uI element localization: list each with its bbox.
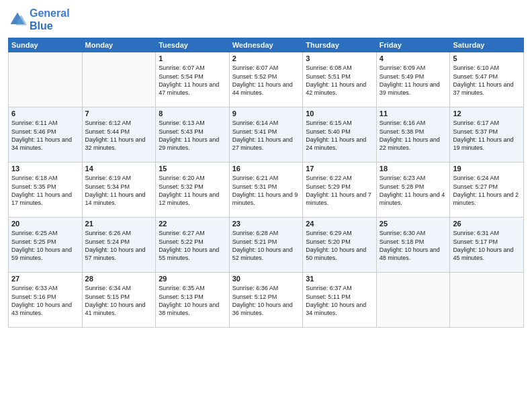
cell-info: Sunrise: 6:22 AMSunset: 5:29 PMDaylight:… xyxy=(306,174,373,207)
cell-info: Sunrise: 6:26 AMSunset: 5:24 PMDaylight:… xyxy=(85,229,153,262)
day-number: 13 xyxy=(11,165,79,173)
cell-info: Sunrise: 6:21 AMSunset: 5:31 PMDaylight:… xyxy=(232,174,300,207)
cell-info: Sunrise: 6:16 AMSunset: 5:38 PMDaylight:… xyxy=(380,119,447,152)
cell-info: Sunrise: 6:08 AMSunset: 5:51 PMDaylight:… xyxy=(306,64,373,97)
col-header-wednesday: Wednesday xyxy=(229,38,303,52)
calendar-cell xyxy=(376,273,450,328)
cell-info: Sunrise: 6:07 AMSunset: 5:54 PMDaylight:… xyxy=(159,64,226,97)
day-number: 6 xyxy=(11,109,79,118)
week-row-5: 27Sunrise: 6:33 AMSunset: 5:16 PMDayligh… xyxy=(9,273,524,328)
cell-info: Sunrise: 6:10 AMSunset: 5:47 PMDaylight:… xyxy=(453,64,521,97)
calendar-cell: 23Sunrise: 6:28 AMSunset: 5:21 PMDayligh… xyxy=(229,218,303,273)
day-number: 24 xyxy=(306,220,373,228)
week-row-1: 1Sunrise: 6:07 AMSunset: 5:54 PMDaylight… xyxy=(9,52,524,107)
calendar-cell: 19Sunrise: 6:24 AMSunset: 5:27 PMDayligh… xyxy=(450,163,524,218)
calendar-cell xyxy=(9,52,83,107)
calendar-cell: 6Sunrise: 6:11 AMSunset: 5:46 PMDaylight… xyxy=(9,107,83,163)
calendar-cell: 11Sunrise: 6:16 AMSunset: 5:38 PMDayligh… xyxy=(376,107,450,163)
day-number: 8 xyxy=(159,109,226,118)
col-header-saturday: Saturday xyxy=(450,38,524,52)
day-number: 12 xyxy=(453,109,521,118)
calendar-cell: 25Sunrise: 6:30 AMSunset: 5:18 PMDayligh… xyxy=(376,218,450,273)
calendar-cell: 28Sunrise: 6:34 AMSunset: 5:15 PMDayligh… xyxy=(82,273,156,328)
cell-info: Sunrise: 6:33 AMSunset: 5:16 PMDaylight:… xyxy=(11,284,79,317)
cell-info: Sunrise: 6:17 AMSunset: 5:37 PMDaylight:… xyxy=(453,119,521,152)
day-number: 18 xyxy=(380,165,447,173)
cell-info: Sunrise: 6:28 AMSunset: 5:21 PMDaylight:… xyxy=(232,229,300,262)
header: General Blue xyxy=(8,7,524,32)
calendar-cell: 8Sunrise: 6:13 AMSunset: 5:43 PMDaylight… xyxy=(156,107,230,163)
day-number: 23 xyxy=(232,220,300,228)
cell-info: Sunrise: 6:24 AMSunset: 5:27 PMDaylight:… xyxy=(453,174,521,207)
logo-icon xyxy=(8,10,27,29)
calendar-cell: 29Sunrise: 6:35 AMSunset: 5:13 PMDayligh… xyxy=(156,273,230,328)
day-number: 16 xyxy=(232,165,300,173)
cell-info: Sunrise: 6:34 AMSunset: 5:15 PMDaylight:… xyxy=(85,284,153,317)
col-header-thursday: Thursday xyxy=(303,38,377,52)
col-header-monday: Monday xyxy=(82,38,156,52)
day-number: 19 xyxy=(453,165,521,173)
day-number: 7 xyxy=(85,109,153,118)
day-number: 30 xyxy=(232,275,300,283)
calendar-cell: 15Sunrise: 6:20 AMSunset: 5:32 PMDayligh… xyxy=(156,163,230,218)
logo-text: General Blue xyxy=(30,7,70,32)
day-number: 27 xyxy=(11,275,79,283)
calendar-cell: 12Sunrise: 6:17 AMSunset: 5:37 PMDayligh… xyxy=(450,107,524,163)
day-number: 17 xyxy=(306,165,373,173)
calendar-cell: 9Sunrise: 6:14 AMSunset: 5:41 PMDaylight… xyxy=(229,107,303,163)
calendar-cell: 24Sunrise: 6:29 AMSunset: 5:20 PMDayligh… xyxy=(303,218,377,273)
cell-info: Sunrise: 6:18 AMSunset: 5:35 PMDaylight:… xyxy=(11,174,79,207)
week-row-4: 20Sunrise: 6:25 AMSunset: 5:25 PMDayligh… xyxy=(9,218,524,273)
calendar-cell: 4Sunrise: 6:09 AMSunset: 5:49 PMDaylight… xyxy=(376,52,450,107)
week-row-2: 6Sunrise: 6:11 AMSunset: 5:46 PMDaylight… xyxy=(9,107,524,163)
day-number: 31 xyxy=(306,275,373,283)
calendar-cell: 26Sunrise: 6:31 AMSunset: 5:17 PMDayligh… xyxy=(450,218,524,273)
day-number: 26 xyxy=(453,220,521,228)
calendar-cell: 7Sunrise: 6:12 AMSunset: 5:44 PMDaylight… xyxy=(82,107,156,163)
col-header-sunday: Sunday xyxy=(9,38,83,52)
cell-info: Sunrise: 6:11 AMSunset: 5:46 PMDaylight:… xyxy=(11,119,79,152)
cell-info: Sunrise: 6:20 AMSunset: 5:32 PMDaylight:… xyxy=(159,174,226,207)
calendar-cell: 30Sunrise: 6:36 AMSunset: 5:12 PMDayligh… xyxy=(229,273,303,328)
calendar-cell: 2Sunrise: 6:07 AMSunset: 5:52 PMDaylight… xyxy=(229,52,303,107)
calendar-table: SundayMondayTuesdayWednesdayThursdayFrid… xyxy=(8,38,524,328)
logo: General Blue xyxy=(8,7,70,32)
cell-info: Sunrise: 6:19 AMSunset: 5:34 PMDaylight:… xyxy=(85,174,153,207)
cell-info: Sunrise: 6:09 AMSunset: 5:49 PMDaylight:… xyxy=(380,64,447,97)
day-number: 11 xyxy=(380,109,447,118)
day-number: 28 xyxy=(85,275,153,283)
day-number: 22 xyxy=(159,220,226,228)
calendar-cell: 22Sunrise: 6:27 AMSunset: 5:22 PMDayligh… xyxy=(156,218,230,273)
header-row: SundayMondayTuesdayWednesdayThursdayFrid… xyxy=(9,38,524,52)
calendar-cell: 13Sunrise: 6:18 AMSunset: 5:35 PMDayligh… xyxy=(9,163,83,218)
day-number: 20 xyxy=(11,220,79,228)
calendar-cell: 10Sunrise: 6:15 AMSunset: 5:40 PMDayligh… xyxy=(303,107,377,163)
cell-info: Sunrise: 6:37 AMSunset: 5:11 PMDaylight:… xyxy=(306,284,373,317)
cell-info: Sunrise: 6:36 AMSunset: 5:12 PMDaylight:… xyxy=(232,284,300,317)
day-number: 1 xyxy=(159,54,226,62)
calendar-cell: 18Sunrise: 6:23 AMSunset: 5:28 PMDayligh… xyxy=(376,163,450,218)
calendar-cell: 27Sunrise: 6:33 AMSunset: 5:16 PMDayligh… xyxy=(9,273,83,328)
day-number: 9 xyxy=(232,109,300,118)
col-header-friday: Friday xyxy=(376,38,450,52)
cell-info: Sunrise: 6:12 AMSunset: 5:44 PMDaylight:… xyxy=(85,119,153,152)
day-number: 4 xyxy=(380,54,447,62)
cell-info: Sunrise: 6:27 AMSunset: 5:22 PMDaylight:… xyxy=(159,229,226,262)
calendar-cell: 14Sunrise: 6:19 AMSunset: 5:34 PMDayligh… xyxy=(82,163,156,218)
day-number: 29 xyxy=(159,275,226,283)
calendar-cell: 3Sunrise: 6:08 AMSunset: 5:51 PMDaylight… xyxy=(303,52,377,107)
cell-info: Sunrise: 6:30 AMSunset: 5:18 PMDaylight:… xyxy=(380,229,447,262)
cell-info: Sunrise: 6:15 AMSunset: 5:40 PMDaylight:… xyxy=(306,119,373,152)
calendar-cell: 20Sunrise: 6:25 AMSunset: 5:25 PMDayligh… xyxy=(9,218,83,273)
calendar-cell: 21Sunrise: 6:26 AMSunset: 5:24 PMDayligh… xyxy=(82,218,156,273)
calendar-cell: 5Sunrise: 6:10 AMSunset: 5:47 PMDaylight… xyxy=(450,52,524,107)
calendar-cell: 31Sunrise: 6:37 AMSunset: 5:11 PMDayligh… xyxy=(303,273,377,328)
cell-info: Sunrise: 6:14 AMSunset: 5:41 PMDaylight:… xyxy=(232,119,300,152)
cell-info: Sunrise: 6:31 AMSunset: 5:17 PMDaylight:… xyxy=(453,229,521,262)
cell-info: Sunrise: 6:07 AMSunset: 5:52 PMDaylight:… xyxy=(232,64,300,97)
calendar-cell: 16Sunrise: 6:21 AMSunset: 5:31 PMDayligh… xyxy=(229,163,303,218)
cell-info: Sunrise: 6:35 AMSunset: 5:13 PMDaylight:… xyxy=(159,284,226,317)
cell-info: Sunrise: 6:23 AMSunset: 5:28 PMDaylight:… xyxy=(380,174,447,207)
day-number: 15 xyxy=(159,165,226,173)
day-number: 21 xyxy=(85,220,153,228)
